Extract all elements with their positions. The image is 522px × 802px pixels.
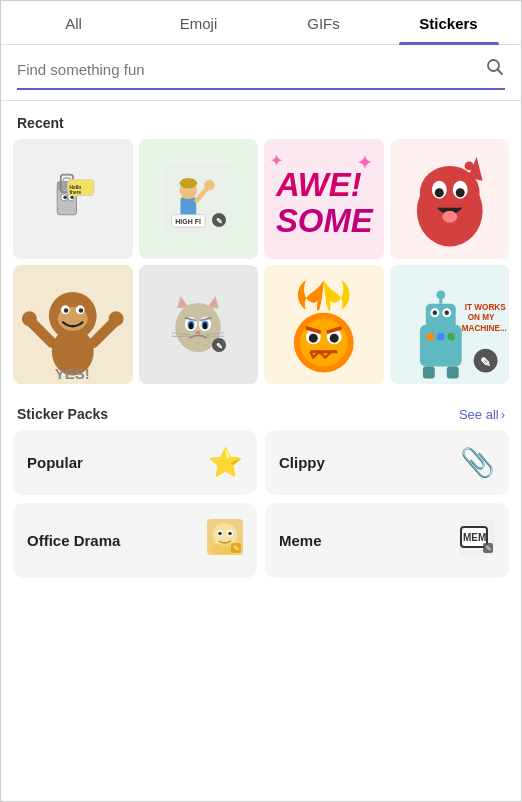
- recent-section-title: Recent: [1, 101, 521, 139]
- svg-point-91: [426, 332, 433, 339]
- sticker-packs-grid: Popular ⭐ Clippy 📎 Office Drama ✎: [1, 430, 521, 590]
- tab-stickers[interactable]: Stickers: [386, 1, 511, 44]
- svg-text:Hello: Hello: [69, 184, 81, 189]
- search-bar: [17, 57, 505, 90]
- svg-text:MEM: MEM: [463, 532, 486, 543]
- pack-meme[interactable]: Meme MEM ✎: [265, 503, 509, 578]
- svg-text:MACHINE...: MACHINE...: [461, 323, 506, 332]
- pack-meme-icon: MEM ✎: [459, 519, 495, 562]
- pack-clippy-name: Clippy: [279, 454, 325, 471]
- svg-point-43: [22, 311, 37, 326]
- svg-point-36: [455, 188, 464, 197]
- tab-all[interactable]: All: [11, 1, 136, 44]
- svg-text:✎: ✎: [233, 544, 240, 553]
- svg-text:✦: ✦: [270, 152, 283, 169]
- svg-point-78: [309, 333, 318, 342]
- svg-rect-95: [446, 366, 458, 378]
- tab-emoji[interactable]: Emoji: [136, 1, 261, 44]
- svg-point-88: [444, 310, 448, 314]
- pack-popular-name: Popular: [27, 454, 83, 471]
- svg-point-37: [442, 211, 457, 223]
- svg-point-87: [432, 310, 436, 314]
- svg-text:ON MY: ON MY: [467, 313, 494, 322]
- sticker-grumpy-cat[interactable]: ✎: [139, 265, 259, 385]
- pack-popular[interactable]: Popular ⭐: [13, 430, 257, 495]
- pack-office-drama-icon: ✎: [207, 519, 243, 562]
- svg-point-70: [196, 331, 201, 335]
- pack-office-drama-name: Office Drama: [27, 532, 120, 549]
- svg-point-106: [228, 532, 232, 536]
- svg-rect-94: [422, 366, 434, 378]
- svg-point-44: [109, 311, 124, 326]
- pack-office-drama[interactable]: Office Drama ✎: [13, 503, 257, 578]
- svg-text:HIGH FI: HIGH FI: [176, 218, 202, 225]
- svg-point-62: [189, 323, 193, 330]
- svg-point-79: [330, 333, 339, 342]
- svg-point-50: [79, 308, 83, 312]
- svg-text:✦: ✦: [357, 153, 372, 173]
- svg-point-19: [204, 180, 215, 191]
- svg-point-35: [434, 188, 443, 197]
- svg-point-17: [180, 178, 198, 189]
- svg-text:✎: ✎: [216, 342, 223, 351]
- sticker-clippy-hello[interactable]: Hello there: [13, 139, 133, 259]
- svg-point-49: [64, 308, 68, 312]
- chevron-right-icon: ›: [501, 407, 505, 422]
- svg-point-90: [436, 290, 445, 299]
- pack-clippy-icon: 📎: [460, 446, 495, 479]
- search-icon: [485, 57, 505, 82]
- search-container: [1, 45, 521, 101]
- svg-point-75: [300, 318, 348, 366]
- pack-meme-name: Meme: [279, 532, 322, 549]
- svg-text:SOME: SOME: [276, 202, 374, 239]
- pack-popular-icon: ⭐: [208, 446, 243, 479]
- sticker-packs-title: Sticker Packs: [17, 406, 108, 422]
- svg-point-105: [218, 532, 222, 536]
- svg-rect-83: [419, 324, 461, 366]
- search-input[interactable]: [17, 61, 485, 78]
- svg-text:YES!: YES!: [55, 364, 90, 381]
- see-all-button[interactable]: See all ›: [459, 407, 505, 422]
- svg-text:AWE!: AWE!: [275, 166, 362, 203]
- tabs-bar: All Emoji GIFs Stickers: [1, 1, 521, 45]
- svg-point-93: [447, 332, 454, 339]
- svg-line-1: [498, 70, 503, 75]
- tab-gifs[interactable]: GIFs: [261, 1, 386, 44]
- sticker-it-works[interactable]: IT WORKS ON MY MACHINE... ✎: [390, 265, 510, 385]
- svg-text:✎: ✎: [479, 354, 490, 369]
- sticker-highfive[interactable]: HIGH FI ✎: [139, 139, 259, 259]
- sticker-fire-face[interactable]: [264, 265, 384, 385]
- sticker-devil[interactable]: [390, 139, 510, 259]
- svg-point-92: [437, 332, 444, 339]
- svg-point-63: [203, 323, 207, 330]
- sticker-packs-header: Sticker Packs See all ›: [1, 396, 521, 430]
- svg-text:✎: ✎: [216, 216, 223, 225]
- svg-point-8: [63, 195, 67, 199]
- svg-text:IT WORKS: IT WORKS: [464, 302, 506, 311]
- svg-rect-84: [425, 303, 455, 327]
- recent-sticker-grid: Hello there HIGH FI: [1, 139, 521, 396]
- svg-point-38: [464, 161, 473, 170]
- see-all-label: See all: [459, 407, 499, 422]
- svg-text:there: there: [69, 190, 81, 195]
- svg-text:✎: ✎: [485, 544, 492, 553]
- sticker-yes-monkey[interactable]: YES!: [13, 265, 133, 385]
- sticker-awesome[interactable]: AWE! SOME ✦ ✦: [264, 139, 384, 259]
- pack-clippy[interactable]: Clippy 📎: [265, 430, 509, 495]
